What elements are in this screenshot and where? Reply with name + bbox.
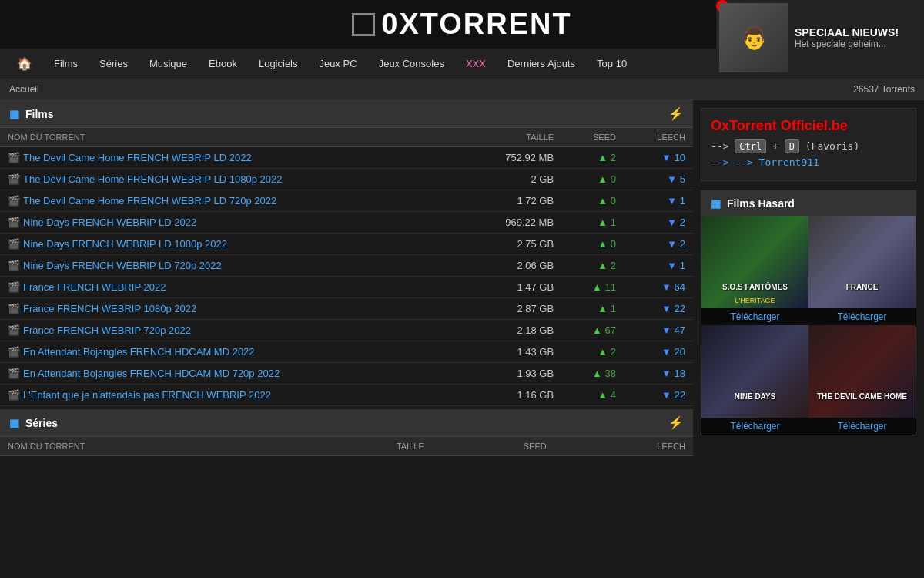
torrent-leech: ▼ 18 [624,363,693,385]
nav-ebook[interactable]: Ebook [198,50,248,77]
films-table-header-row: NOM DU TORRENT TAILLE SEED LEECH [0,128,693,147]
torrent-size: 1.43 GB [460,341,562,363]
poster-title: S.O.S FANTÔMES [701,281,808,293]
films-col-taille: TAILLE [460,128,562,147]
telecharger-button-3[interactable]: Télécharger [808,418,916,435]
series-table: NOM DU TORRENT TAILLE SEED LEECH [0,437,693,456]
torrent-size: 1.93 GB [460,363,562,385]
torrent-seed: ▲ 1 [561,298,624,320]
nav-derniers-ajouts[interactable]: Derniers Ajouts [497,50,586,77]
torrent-name[interactable]: 🎬En Attendant Bojangles FRENCH HDCAM MD … [0,341,460,363]
grid-icon: ▦ [9,108,19,120]
torrent-name[interactable]: 🎬Nine Days FRENCH WEBRIP LD 2022 [0,212,460,234]
film-icon: 🎬 [8,195,20,207]
torrent-name[interactable]: 🎬Nine Days FRENCH WEBRIP LD 1080p 2022 [0,234,460,255]
torrent-count: 26537 Torrents [853,84,915,95]
table-row: 🎬The Devil Came Home FRENCH WEBRIP LD 20… [0,147,693,169]
torrent-name[interactable]: 🎬L'Enfant que je n'attendais pas FRENCH … [0,385,460,406]
film-icon: 🎬 [8,238,20,250]
series-rss-icon[interactable]: ⚡ [668,415,684,430]
table-row: 🎬France FRENCH WEBRIP 2022 1.47 GB ▲ 11 … [0,277,693,298]
torrent-seed: ▲ 0 [561,190,624,212]
nav-home[interactable]: 🏠 [6,49,43,79]
torrent-size: 752.92 MB [460,147,562,169]
torrent-leech: ▼ 2 [624,234,693,255]
films-section-header: ▦ Films ⚡ [0,100,693,128]
nav-logiciels[interactable]: Logiciels [248,50,309,77]
poster-title: FRANCE [808,281,916,293]
telecharger-button-2[interactable]: Télécharger [701,418,808,435]
nav-films[interactable]: Films [43,50,89,77]
torrent-size: 2.06 GB [460,255,562,277]
nav-musique[interactable]: Musique [139,50,198,77]
logo: 0XTORRENT [352,8,571,41]
poster-sub: L'HÉRITAGE [701,297,808,304]
series-section-title: Séries [25,417,58,429]
series-section-header: ▦ Séries ⚡ [0,409,693,437]
nav-series[interactable]: Séries [89,50,139,77]
torrent-name[interactable]: 🎬Nine Days FRENCH WEBRIP LD 720p 2022 [0,255,460,277]
films-hasard-title: Films Hasard [727,197,795,210]
films-table-body: 🎬The Devil Came Home FRENCH WEBRIP LD 20… [0,147,693,406]
series-col-taille: TAILLE [295,437,432,456]
poster-title: NINE DAYS [701,391,808,402]
breadcrumb-accueil[interactable]: Accueil [9,84,39,95]
torrent-leech: ▼ 47 [624,320,693,341]
torrent-size: 1.16 GB [460,385,562,406]
nav-xxx[interactable]: XXX [455,50,497,77]
film-icon: 🎬 [8,324,20,336]
film-icon: 🎬 [8,303,20,314]
oxtorrent-box: OxTorrent Officiel.be --> Ctrl + D (Favo… [701,108,916,181]
logo-box [352,13,375,36]
series-col-leech: LEECH [554,437,693,456]
torrent-seed: ▲ 2 [561,255,624,277]
series-col-seed: SEED [432,437,554,456]
movie-card: FRANCE Télécharger [808,216,916,325]
torrent-seed: ▲ 4 [561,385,624,406]
torrent-name[interactable]: 🎬The Devil Came Home FRENCH WEBRIP LD 20… [0,147,460,169]
torrent-name[interactable]: 🎬The Devil Came Home FRENCH WEBRIP LD 72… [0,190,460,212]
table-row: 🎬Nine Days FRENCH WEBRIP LD 2022 969.22 … [0,212,693,234]
torrent-leech: ▼ 1 [624,255,693,277]
ad-banner[interactable]: 1 👨 SPECIAAL NIEUWS! Het speciale geheim… [716,0,924,76]
telecharger-button-1[interactable]: Télécharger [808,308,916,325]
movie-card: S.O.S FANTÔMES L'HÉRITAGE Télécharger [701,216,808,325]
grid-icon-series: ▦ [9,417,19,429]
series-col-nom: NOM DU TORRENT [0,437,295,456]
torrent-name[interactable]: 🎬France FRENCH WEBRIP 2022 [0,277,460,298]
torrent-leech: ▼ 64 [624,277,693,298]
film-icon: 🎬 [8,281,20,293]
movie-grid: S.O.S FANTÔMES L'HÉRITAGE Télécharger FR… [701,216,916,435]
films-col-leech: LEECH [624,128,693,147]
films-rss-icon[interactable]: ⚡ [668,106,684,121]
torrent-name[interactable]: 🎬The Devil Came Home FRENCH WEBRIP LD 10… [0,169,460,190]
torrent-leech: ▼ 10 [624,147,693,169]
table-row: 🎬France FRENCH WEBRIP 720p 2022 2.18 GB … [0,320,693,341]
left-column: ▦ Films ⚡ NOM DU TORRENT TAILLE SEED LEE… [0,100,693,456]
ad-title: SPECIAAL NIEUWS! [795,26,921,39]
torrent-name[interactable]: 🎬En Attendant Bojangles FRENCH HDCAM MD … [0,363,460,385]
table-row: 🎬Nine Days FRENCH WEBRIP LD 1080p 2022 2… [0,234,693,255]
nav-jeux-consoles[interactable]: Jeux Consoles [368,50,455,77]
shortcut-row-2[interactable]: --> --> Torrent911 [711,156,906,168]
films-table: NOM DU TORRENT TAILLE SEED LEECH 🎬The De… [0,128,693,406]
nav-top10[interactable]: Top 10 [586,50,638,77]
torrent-name[interactable]: 🎬France FRENCH WEBRIP 720p 2022 [0,320,460,341]
table-row: 🎬The Devil Came Home FRENCH WEBRIP LD 10… [0,169,693,190]
movie-poster-1: FRANCE [808,216,916,308]
movie-poster-2: NINE DAYS [701,325,808,418]
torrent-seed: ▲ 11 [561,277,624,298]
oxtorrent-tld: .be [828,118,848,133]
torrent-name[interactable]: 🎬France FRENCH WEBRIP 1080p 2022 [0,298,460,320]
table-row: 🎬L'Enfant que je n'attendais pas FRENCH … [0,385,693,406]
torrent-size: 2.87 GB [460,298,562,320]
right-column: OxTorrent Officiel.be --> Ctrl + D (Favo… [693,100,924,456]
nav-jeux-pc[interactable]: Jeux PC [309,50,368,77]
telecharger-button-0[interactable]: Télécharger [701,308,808,325]
ad-text: SPECIAAL NIEUWS! Het speciale geheim... [795,26,921,49]
table-row: 🎬The Devil Came Home FRENCH WEBRIP LD 72… [0,190,693,212]
oxtorrent-title: OxTorrent Officiel.be [711,118,906,134]
d-key: D [785,139,799,153]
movie-card: THE DEVIL CAME HOME Télécharger [808,325,916,435]
torrent-seed: ▲ 1 [561,212,624,234]
